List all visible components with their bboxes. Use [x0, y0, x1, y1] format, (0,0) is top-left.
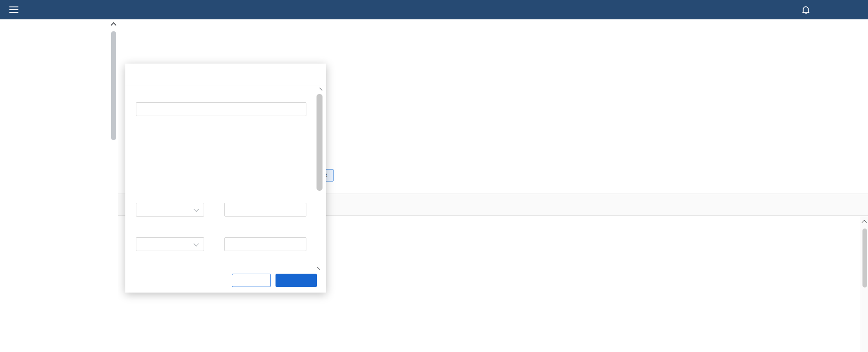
scroll-up-icon[interactable]: [862, 220, 867, 225]
source-service-type-select[interactable]: [136, 237, 204, 251]
scroll-up-icon[interactable]: [111, 22, 117, 28]
source-name-input[interactable]: [224, 203, 306, 217]
violation-types-donut-chart: [629, 32, 699, 102]
modal-footer: [125, 271, 326, 293]
modal-scrollbar[interactable]: [316, 87, 323, 271]
app-logo: [26, 4, 29, 16]
violations-donut-chart: [381, 33, 450, 102]
app-window: ✕: [0, 0, 868, 352]
menu-icon[interactable]: [9, 6, 18, 13]
sidebar: [0, 19, 118, 352]
sidebar-scrollbar[interactable]: [110, 19, 117, 352]
chevron-down-icon: [194, 241, 199, 246]
main-content: ✕: [118, 19, 868, 352]
rule-name-input[interactable]: [136, 102, 306, 116]
scroll-down-icon[interactable]: [317, 264, 322, 270]
topbar: [0, 0, 868, 19]
scroll-up-icon[interactable]: [317, 88, 322, 93]
modal-body: [125, 86, 326, 271]
bell-icon[interactable]: [801, 5, 811, 15]
chevron-down-icon: [194, 206, 199, 211]
modal-scroll-thumb[interactable]: [317, 94, 323, 191]
sidebar-scroll-thumb[interactable]: [111, 31, 116, 140]
modal-title: [125, 64, 326, 86]
source-service-name-input[interactable]: [224, 237, 306, 251]
cancel-button[interactable]: [232, 274, 271, 287]
apply-button[interactable]: [276, 274, 317, 287]
source-type-select[interactable]: [136, 203, 204, 217]
content-scrollbar[interactable]: [861, 217, 868, 352]
filter-modal: [125, 64, 326, 293]
content-scroll-thumb[interactable]: [862, 229, 867, 287]
